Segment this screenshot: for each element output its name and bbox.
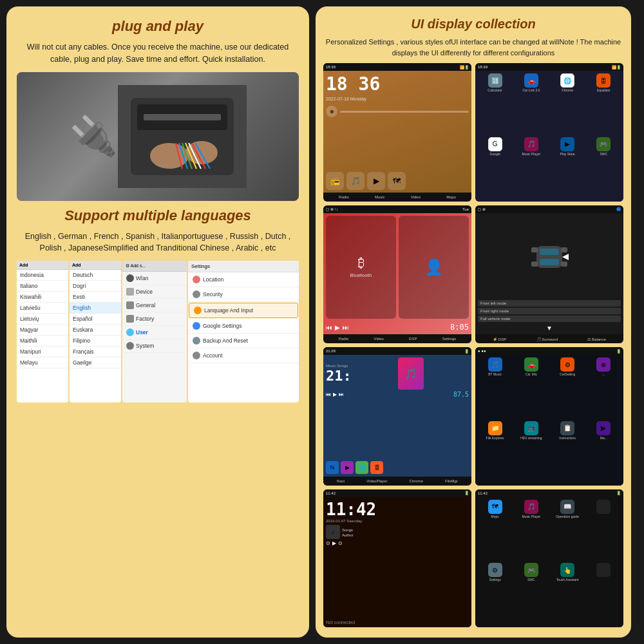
factory-label: Factory: [136, 316, 154, 322]
lang-item-b7[interactable]: Filipino: [70, 336, 121, 346]
more-icon: ⊕: [596, 357, 611, 372]
settings-item-google[interactable]: Google Settings: [188, 319, 299, 334]
settings-item-device[interactable]: Device: [122, 285, 187, 299]
ss8-musicplayer: 🎵 Music Player: [514, 500, 548, 562]
svg-rect-20: [561, 261, 567, 267]
ss7-time-display: 11:42: [326, 500, 469, 519]
settings-item-general[interactable]: General: [122, 299, 187, 312]
add-label-2: Add: [72, 263, 81, 267]
eq-icon: 🎛: [596, 73, 611, 88]
fileexplorer-icon: 📁: [488, 421, 502, 435]
settings-item-factory[interactable]: Factory: [122, 312, 187, 326]
screenshot-appgrid2: ● ●● 🔋 🎵 BT Music 🚗 Car Info ⚙ CarSettin…: [475, 347, 623, 486]
location-label: Location: [203, 276, 223, 283]
ss3-time-display: 8:05: [450, 323, 469, 332]
ss7-prev[interactable]: ⊙: [326, 540, 330, 546]
lang-item-a1[interactable]: Indonesia: [17, 270, 68, 281]
settings-item-user[interactable]: User: [122, 326, 187, 339]
ss5-next[interactable]: ⏭: [339, 392, 344, 397]
videoplayer-icon: ▶: [341, 461, 354, 474]
ss3-bottom-bar: Radio Video DSP Settings: [323, 334, 471, 343]
ss2-app-calc: 🔢 Calculator: [478, 73, 512, 135]
ss1-body: 18 36 2022-07-18 Monday ⊕ 📻 🎵 ▶ 🗺: [323, 71, 471, 193]
lang-item-b3[interactable]: Eesti: [70, 292, 121, 303]
ss7-next[interactable]: ⊙: [338, 540, 343, 546]
ss5-play[interactable]: ▶: [333, 392, 337, 397]
carinfo-icon: 🚗: [524, 357, 538, 372]
ss7-play[interactable]: ▶: [332, 540, 336, 546]
google-label: Google Settings: [203, 323, 242, 329]
lang-item-b8[interactable]: Français: [70, 346, 121, 357]
left-panel: plug and play Will not cut any cables. O…: [6, 6, 309, 638]
front-left-btn[interactable]: Front left mode: [478, 300, 621, 307]
lang-item-a3[interactable]: Kiswahili: [17, 292, 68, 303]
language-label: Lanquage And Input: [204, 307, 253, 314]
ss6-body: 🎵 BT Music 🚗 Car Info ⚙ CarSetting ⊕ ...: [475, 355, 623, 486]
ss2-app-musicplayer: 🎵 Music Player: [514, 137, 548, 199]
ss4-body: Front left mode Front right mode Full ve…: [475, 213, 623, 335]
ss7-artist: Author: [342, 533, 354, 537]
lang-item-a8[interactable]: Manipuri: [17, 346, 68, 357]
album-art: 🎵: [398, 357, 424, 390]
ss8-settings: ⚙ Settings: [478, 563, 512, 625]
screenshot-clock: 18:36 📶🔋 18 36 2022-07-18 Monday ⊕ 📻 🎵 ▶: [323, 63, 471, 202]
svg-rect-16: [540, 259, 559, 265]
screenshot-navigation: 21:26 🔋 Music Songs 21: 🎵 ⏮: [323, 347, 471, 486]
full-vehicle-btn[interactable]: Full vehicle mode: [478, 316, 621, 322]
lang-item-b5[interactable]: Español: [70, 314, 121, 325]
lang-item-a6[interactable]: Magyar: [17, 325, 68, 336]
ss1-radio-label: Radio: [339, 195, 349, 199]
ss2-status-bar: 18:39 📶🔋: [475, 63, 623, 71]
ss5-vp-label: VideoPlayer: [366, 479, 387, 483]
lang-item-b9[interactable]: Gaeilge: [70, 357, 121, 368]
lang-item-a4[interactable]: Latviešu: [17, 303, 68, 314]
ss8-body: 🗺 Maps 🎵 Music Player 📖 Operation guide: [475, 497, 623, 628]
ss4-surround-label: 🎵 Surround: [536, 337, 558, 341]
settings3-label: Settings: [489, 578, 501, 582]
play-icon: ▶: [335, 324, 340, 331]
plug-image: [17, 72, 299, 201]
ss6-bat: 🔋: [616, 349, 621, 354]
music-panel: 👤: [399, 216, 469, 319]
lang-item-b4[interactable]: English: [70, 303, 121, 314]
lang-item-b6[interactable]: Euskara: [70, 325, 121, 336]
settings-item-security[interactable]: Security: [188, 287, 299, 302]
lang-list-col-1: Add Indonesia Italiano Kiswahili Latvieš…: [17, 261, 68, 402]
right-header-label: Settings: [191, 263, 210, 269]
lang-item-a9[interactable]: Melayu: [17, 357, 68, 368]
settings-item-language[interactable]: Lanquage And Input: [189, 303, 298, 318]
ss6-btmusic: 🎵 BT Music: [478, 357, 512, 419]
lang-item-b1[interactable]: Deutsch: [70, 270, 121, 281]
ss3-controls: ⏮ ▶ ⏭ 8:05: [326, 323, 469, 332]
lang-item-b2[interactable]: Dogri: [70, 281, 121, 292]
lang-body: English , German , French , Spanish , It…: [17, 231, 299, 255]
ss1-music-icon: 🎵: [346, 172, 365, 190]
ss5-time-display: 21:: [326, 368, 352, 384]
swc-icon: 🎮: [596, 137, 611, 151]
ss1-bt-icon: ⊕: [326, 106, 337, 117]
device-icon: [126, 288, 134, 296]
ss1-video-icon: ▶: [367, 172, 385, 190]
settings-item-account[interactable]: Account: [188, 348, 299, 363]
settings-item-wlan[interactable]: Wlan: [122, 272, 187, 285]
ss5-freq: 87.5: [453, 391, 469, 398]
ss5-prev[interactable]: ⏮: [326, 392, 331, 397]
location-icon: [193, 276, 200, 283]
ss3-time-status: Tue: [462, 207, 469, 211]
settings-right-col: Settings Location Security Lanquage And …: [188, 261, 299, 402]
settings-item-system[interactable]: System: [122, 339, 187, 353]
lang-item-a7[interactable]: Maithili: [17, 336, 68, 346]
ss1-icons-row: 📻 🎵 ▶ 🗺: [326, 172, 469, 190]
more2-label: Ma...: [600, 436, 607, 440]
swc-label: SWC: [600, 152, 608, 156]
ss1-progress: [340, 111, 469, 113]
lang-title: Support multiple languages: [17, 207, 299, 224]
google-label: Google: [490, 152, 500, 156]
lang-item-a2[interactable]: Italiano: [17, 281, 68, 292]
lang-item-a5[interactable]: Lietuvių: [17, 314, 68, 325]
ss8-status-bar: 11:42 🔋: [475, 489, 623, 497]
ss8-bat: 🔋: [616, 491, 621, 495]
settings-item-location[interactable]: Location: [188, 272, 299, 287]
settings-item-backup[interactable]: Backup And Reset: [188, 334, 299, 348]
front-right-btn[interactable]: Front right mode: [478, 308, 621, 314]
